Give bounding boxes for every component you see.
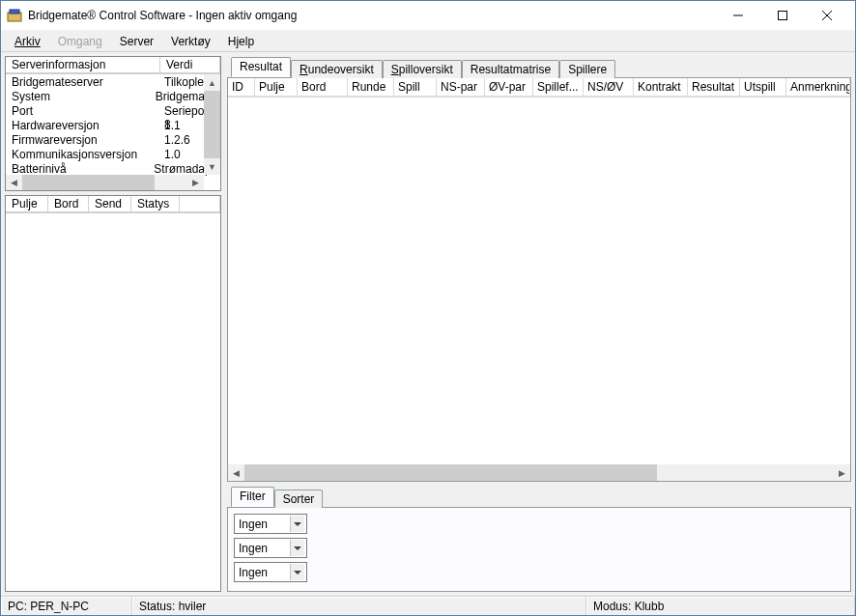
scroll-up-icon[interactable]: ▲ <box>204 74 220 91</box>
main-tab-area: Resultat Rundeoversikt Spilloversikt Res… <box>227 56 851 482</box>
pulje-col-statys[interactable]: Statys <box>131 196 180 212</box>
serverinfo-row: Hardwareversjon1.1 <box>6 119 220 133</box>
chevron-down-icon[interactable] <box>290 540 304 556</box>
serverinfo-col-key[interactable]: Serverinformasjon <box>6 57 160 73</box>
pulje-col-spacer <box>180 196 220 212</box>
serverinfo-col-val[interactable]: Verdi <box>160 57 220 73</box>
workspace: Serverinformasjon Verdi Bridgemateserver… <box>1 51 855 596</box>
tab-resultatmatrise[interactable]: Resultatmatrise <box>462 60 559 78</box>
result-col-ovpar[interactable]: ØV-par <box>485 78 533 97</box>
scroll-left-icon[interactable]: ◀ <box>6 175 22 190</box>
menu-hjelp[interactable]: Hjelp <box>220 33 262 50</box>
serverinfo-row: PortSerieport 8 <box>6 104 220 119</box>
scroll-left-icon[interactable]: ◀ <box>228 464 244 481</box>
filter-combo-1[interactable]: Ingen <box>234 514 307 534</box>
status-modus: Modus: Klubb <box>586 597 855 615</box>
scroll-track[interactable] <box>244 464 834 481</box>
serverinfo-row: Firmwareversjon1.2.6 <box>6 133 220 148</box>
minimize-button[interactable] <box>716 1 760 30</box>
scroll-thumb[interactable] <box>204 91 220 158</box>
menu-arkiv[interactable]: Arkiv <box>7 33 48 50</box>
statusbar: PC: PER_N-PC Status: hviler Modus: Klubb <box>1 596 855 615</box>
tab-sorter[interactable]: Sorter <box>274 490 324 508</box>
app-icon <box>7 9 22 22</box>
scroll-right-icon[interactable]: ▶ <box>834 464 850 481</box>
tab-spilloversikt[interactable]: Spilloversikt <box>383 60 462 78</box>
main-tabstrip: Resultat Rundeoversikt Spilloversikt Res… <box>227 56 851 77</box>
filter-combo-3[interactable]: Ingen <box>234 562 307 582</box>
menubar: Arkiv Omgang Server Verktøy Hjelp <box>1 30 855 51</box>
scroll-down-icon[interactable]: ▼ <box>204 158 220 175</box>
result-col-resultat[interactable]: Resultat <box>688 78 740 97</box>
result-col-bord[interactable]: Bord <box>298 78 348 97</box>
tab-filter[interactable]: Filter <box>231 487 274 507</box>
result-col-utspill[interactable]: Utspill <box>740 78 786 97</box>
pulje-panel: Pulje Bord Send Statys <box>5 195 221 592</box>
result-col-pulje[interactable]: Pulje <box>255 78 298 97</box>
pulje-col-pulje[interactable]: Pulje <box>6 196 48 212</box>
serverinfo-row: BridgemateserverTilkoplet <box>6 75 220 90</box>
bottom-tab-area: Filter Sorter Ingen Ingen Ingen <box>227 486 851 592</box>
chevron-down-icon[interactable] <box>290 516 304 532</box>
bottom-tabstrip: Filter Sorter <box>227 486 851 507</box>
result-col-anmerkning[interactable]: Anmerkning <box>786 78 850 97</box>
serverinfo-row: Kommunikasjonsversjon1.0 <box>6 148 220 162</box>
scroll-track[interactable] <box>22 175 187 190</box>
maximize-button[interactable] <box>760 1 805 30</box>
left-column: Serverinformasjon Verdi Bridgemateserver… <box>1 52 225 596</box>
result-col-id[interactable]: ID <box>228 78 255 97</box>
result-col-runde[interactable]: Runde <box>348 78 394 97</box>
serverinfo-header: Serverinformasjon Verdi <box>6 57 220 74</box>
scroll-right-icon[interactable]: ▶ <box>187 175 204 190</box>
right-column: Resultat Rundeoversikt Spilloversikt Res… <box>225 52 855 596</box>
result-grid-scroll-h[interactable]: ◀ ▶ <box>228 464 850 481</box>
result-col-kontrakt[interactable]: Kontrakt <box>634 78 688 97</box>
serverinfo-row: SystemBridgemate <box>6 90 220 104</box>
status-status: Status: hviler <box>132 597 586 615</box>
result-grid: ID Pulje Bord Runde Spill NS-par ØV-par … <box>228 78 850 481</box>
close-button[interactable] <box>805 1 849 30</box>
scroll-thumb[interactable] <box>244 464 657 481</box>
chevron-down-icon[interactable] <box>290 564 304 580</box>
menu-verktoy[interactable]: Verktøy <box>163 33 218 50</box>
serverinfo-scroll-h[interactable]: ◀ ▶ <box>6 175 204 190</box>
serverinfo-panel: Serverinformasjon Verdi Bridgemateserver… <box>5 56 221 191</box>
window-title: Bridgemate® Control Software - Ingen akt… <box>28 9 716 22</box>
pulje-col-bord[interactable]: Bord <box>48 196 89 212</box>
menu-omgang: Omgang <box>50 33 110 50</box>
tab-spillere[interactable]: Spillere <box>559 60 615 78</box>
pulje-col-send[interactable]: Send <box>89 196 131 212</box>
result-grid-body <box>228 98 850 464</box>
svg-rect-3 <box>779 12 787 20</box>
titlebar: Bridgemate® Control Software - Ingen akt… <box>1 1 855 30</box>
serverinfo-scroll-v[interactable]: ▲ ▼ <box>204 74 220 175</box>
main-tabpanel: ID Pulje Bord Runde Spill NS-par ØV-par … <box>227 77 851 482</box>
status-pc: PC: PER_N-PC <box>1 597 132 615</box>
filter-combo-2[interactable]: Ingen <box>234 538 307 558</box>
svg-rect-1 <box>10 10 19 14</box>
result-col-spill[interactable]: Spill <box>394 78 437 97</box>
result-col-nspar[interactable]: NS-par <box>437 78 485 97</box>
tab-rundeoversikt[interactable]: Rundeoversikt <box>291 60 383 78</box>
pulje-header: Pulje Bord Send Statys <box>6 196 220 213</box>
serverinfo-body: BridgemateserverTilkoplet SystemBridgema… <box>6 74 220 190</box>
result-col-spillef[interactable]: Spillef... <box>533 78 584 97</box>
result-grid-header: ID Pulje Bord Runde Spill NS-par ØV-par … <box>228 78 850 98</box>
result-col-nsov[interactable]: NS/ØV <box>584 78 634 97</box>
bottom-tabpanel: Ingen Ingen Ingen <box>227 507 851 592</box>
menu-server[interactable]: Server <box>112 33 161 50</box>
tab-resultat[interactable]: Resultat <box>231 57 291 77</box>
